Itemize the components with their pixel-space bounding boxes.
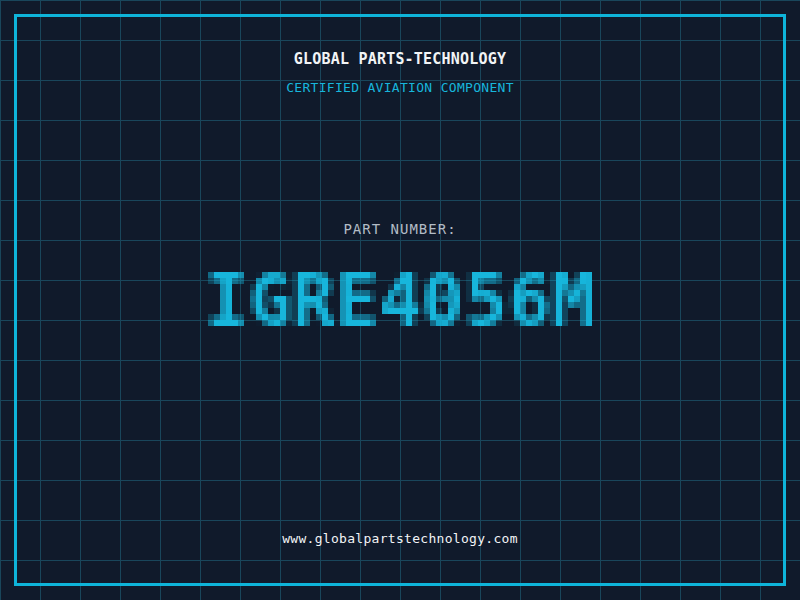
- part-number-display: [184, 260, 616, 344]
- part-number-label: PART NUMBER:: [0, 221, 800, 237]
- website-url: www.globalpartstechnology.com: [0, 531, 800, 546]
- certification-label: CERTIFIED AVIATION COMPONENT: [0, 80, 800, 95]
- company-name: GLOBAL PARTS-TECHNOLOGY: [0, 50, 800, 68]
- part-certificate-card: GLOBAL PARTS-TECHNOLOGY CERTIFIED AVIATI…: [0, 0, 800, 600]
